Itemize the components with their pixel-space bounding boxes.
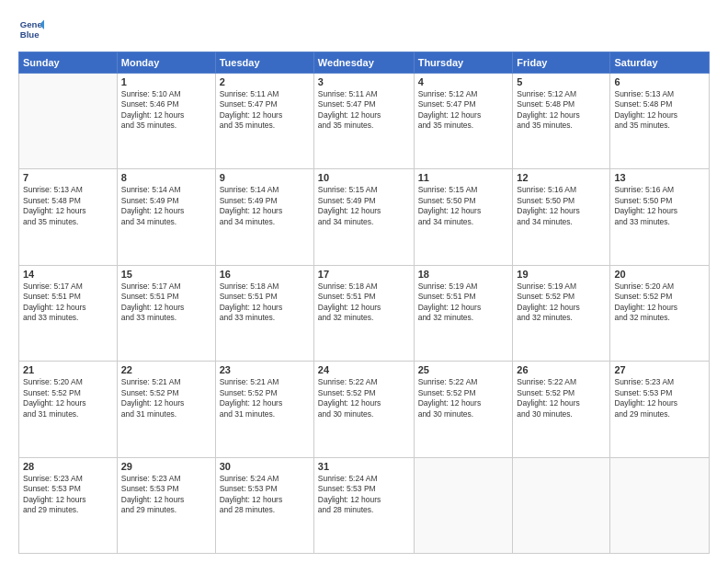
cell-info: Sunrise: 5:24 AMSunset: 5:53 PMDaylight:… [318, 474, 410, 516]
cell-info: Sunrise: 5:13 AMSunset: 5:48 PMDaylight:… [23, 185, 113, 227]
cell-info: Sunrise: 5:22 AMSunset: 5:52 PMDaylight:… [318, 377, 410, 419]
calendar-cell: 1Sunrise: 5:10 AMSunset: 5:46 PMDaylight… [117, 74, 215, 169]
calendar-cell: 28Sunrise: 5:23 AMSunset: 5:53 PMDayligh… [19, 457, 118, 553]
calendar-cell: 10Sunrise: 5:15 AMSunset: 5:49 PMDayligh… [313, 169, 414, 265]
calendar-page: General Blue SundayMondayTuesdayWednesda… [0, 0, 728, 563]
cell-info: Sunrise: 5:21 AMSunset: 5:52 PMDaylight:… [121, 377, 211, 419]
calendar-cell: 17Sunrise: 5:18 AMSunset: 5:51 PMDayligh… [313, 265, 414, 361]
calendar-cell: 16Sunrise: 5:18 AMSunset: 5:51 PMDayligh… [215, 265, 313, 361]
day-number: 24 [318, 364, 410, 375]
day-number: 22 [121, 364, 211, 375]
day-number: 7 [23, 172, 113, 183]
day-number: 26 [517, 364, 606, 375]
calendar-cell: 31Sunrise: 5:24 AMSunset: 5:53 PMDayligh… [313, 457, 414, 553]
cell-info: Sunrise: 5:13 AMSunset: 5:48 PMDaylight:… [614, 89, 705, 132]
day-number: 17 [318, 269, 410, 280]
col-header-saturday: Saturday [610, 52, 710, 74]
week-row-4: 21Sunrise: 5:20 AMSunset: 5:52 PMDayligh… [19, 362, 710, 457]
day-number: 29 [121, 461, 211, 472]
calendar-table: SundayMondayTuesdayWednesdayThursdayFrid… [18, 52, 710, 554]
calendar-cell: 12Sunrise: 5:16 AMSunset: 5:50 PMDayligh… [513, 169, 610, 265]
cell-info: Sunrise: 5:22 AMSunset: 5:52 PMDaylight:… [517, 377, 606, 419]
calendar-cell: 24Sunrise: 5:22 AMSunset: 5:52 PMDayligh… [313, 362, 414, 457]
col-header-tuesday: Tuesday [215, 52, 313, 74]
col-header-monday: Monday [117, 52, 215, 74]
calendar-cell: 14Sunrise: 5:17 AMSunset: 5:51 PMDayligh… [19, 265, 118, 361]
calendar-cell: 30Sunrise: 5:24 AMSunset: 5:53 PMDayligh… [215, 457, 313, 553]
cell-info: Sunrise: 5:20 AMSunset: 5:52 PMDaylight:… [23, 377, 113, 419]
calendar-cell [610, 457, 710, 553]
calendar-cell: 27Sunrise: 5:23 AMSunset: 5:53 PMDayligh… [610, 362, 710, 457]
logo-icon: General Blue [18, 17, 44, 42]
cell-info: Sunrise: 5:16 AMSunset: 5:50 PMDaylight:… [614, 185, 705, 227]
calendar-cell: 22Sunrise: 5:21 AMSunset: 5:52 PMDayligh… [117, 362, 215, 457]
week-row-3: 14Sunrise: 5:17 AMSunset: 5:51 PMDayligh… [19, 265, 710, 361]
cell-info: Sunrise: 5:14 AMSunset: 5:49 PMDaylight:… [220, 185, 310, 227]
day-number: 15 [121, 269, 211, 280]
calendar-cell: 4Sunrise: 5:12 AMSunset: 5:47 PMDaylight… [414, 74, 513, 169]
cell-info: Sunrise: 5:18 AMSunset: 5:51 PMDaylight:… [220, 282, 310, 324]
calendar-cell: 3Sunrise: 5:11 AMSunset: 5:47 PMDaylight… [313, 74, 414, 169]
day-number: 2 [220, 76, 310, 87]
calendar-cell: 8Sunrise: 5:14 AMSunset: 5:49 PMDaylight… [117, 169, 215, 265]
day-number: 18 [418, 269, 509, 280]
calendar-cell: 18Sunrise: 5:19 AMSunset: 5:51 PMDayligh… [414, 265, 513, 361]
calendar-cell [513, 457, 610, 553]
week-row-2: 7Sunrise: 5:13 AMSunset: 5:48 PMDaylight… [19, 169, 710, 265]
day-number: 10 [318, 172, 410, 183]
week-row-1: 1Sunrise: 5:10 AMSunset: 5:46 PMDaylight… [19, 74, 710, 169]
col-header-friday: Friday [513, 52, 610, 74]
col-header-sunday: Sunday [19, 52, 118, 74]
cell-info: Sunrise: 5:18 AMSunset: 5:51 PMDaylight:… [318, 282, 410, 324]
calendar-cell: 29Sunrise: 5:23 AMSunset: 5:53 PMDayligh… [117, 457, 215, 553]
cell-info: Sunrise: 5:15 AMSunset: 5:50 PMDaylight:… [418, 185, 509, 227]
cell-info: Sunrise: 5:11 AMSunset: 5:47 PMDaylight:… [318, 89, 410, 132]
day-number: 5 [517, 76, 606, 87]
calendar-cell: 19Sunrise: 5:19 AMSunset: 5:52 PMDayligh… [513, 265, 610, 361]
cell-info: Sunrise: 5:20 AMSunset: 5:52 PMDaylight:… [614, 282, 705, 324]
cell-info: Sunrise: 5:17 AMSunset: 5:51 PMDaylight:… [121, 282, 211, 324]
day-number: 12 [517, 172, 606, 183]
day-number: 4 [418, 76, 509, 87]
calendar-cell: 5Sunrise: 5:12 AMSunset: 5:48 PMDaylight… [513, 74, 610, 169]
calendar-cell: 13Sunrise: 5:16 AMSunset: 5:50 PMDayligh… [610, 169, 710, 265]
cell-info: Sunrise: 5:14 AMSunset: 5:49 PMDaylight:… [121, 185, 211, 227]
cell-info: Sunrise: 5:19 AMSunset: 5:52 PMDaylight:… [517, 282, 606, 324]
cell-info: Sunrise: 5:22 AMSunset: 5:52 PMDaylight:… [418, 377, 509, 419]
cell-info: Sunrise: 5:24 AMSunset: 5:53 PMDaylight:… [220, 474, 310, 516]
calendar-cell: 20Sunrise: 5:20 AMSunset: 5:52 PMDayligh… [610, 265, 710, 361]
day-number: 19 [517, 269, 606, 280]
calendar-cell [19, 74, 118, 169]
col-header-thursday: Thursday [414, 52, 513, 74]
cell-info: Sunrise: 5:12 AMSunset: 5:48 PMDaylight:… [517, 89, 606, 132]
cell-info: Sunrise: 5:23 AMSunset: 5:53 PMDaylight:… [23, 474, 113, 516]
cell-info: Sunrise: 5:15 AMSunset: 5:49 PMDaylight:… [318, 185, 410, 227]
day-number: 14 [23, 269, 113, 280]
day-number: 8 [121, 172, 211, 183]
day-number: 13 [614, 172, 705, 183]
cell-info: Sunrise: 5:12 AMSunset: 5:47 PMDaylight:… [418, 89, 509, 132]
day-number: 20 [614, 269, 705, 280]
day-number: 23 [220, 364, 310, 375]
day-number: 30 [220, 461, 310, 472]
calendar-cell: 21Sunrise: 5:20 AMSunset: 5:52 PMDayligh… [19, 362, 118, 457]
calendar-cell: 15Sunrise: 5:17 AMSunset: 5:51 PMDayligh… [117, 265, 215, 361]
col-header-wednesday: Wednesday [313, 52, 414, 74]
cell-info: Sunrise: 5:16 AMSunset: 5:50 PMDaylight:… [517, 185, 606, 227]
cell-info: Sunrise: 5:11 AMSunset: 5:47 PMDaylight:… [220, 89, 310, 132]
day-number: 25 [418, 364, 509, 375]
calendar-cell: 23Sunrise: 5:21 AMSunset: 5:52 PMDayligh… [215, 362, 313, 457]
calendar-header-row: SundayMondayTuesdayWednesdayThursdayFrid… [19, 52, 710, 74]
svg-text:General: General [20, 19, 44, 29]
day-number: 3 [318, 76, 410, 87]
cell-info: Sunrise: 5:17 AMSunset: 5:51 PMDaylight:… [23, 282, 113, 324]
day-number: 16 [220, 269, 310, 280]
day-number: 28 [23, 461, 113, 472]
logo: General Blue [18, 17, 48, 42]
cell-info: Sunrise: 5:10 AMSunset: 5:46 PMDaylight:… [121, 89, 211, 132]
cell-info: Sunrise: 5:19 AMSunset: 5:51 PMDaylight:… [418, 282, 509, 324]
header: General Blue [18, 17, 710, 42]
day-number: 27 [614, 364, 705, 375]
week-row-5: 28Sunrise: 5:23 AMSunset: 5:53 PMDayligh… [19, 457, 710, 553]
calendar-cell: 26Sunrise: 5:22 AMSunset: 5:52 PMDayligh… [513, 362, 610, 457]
